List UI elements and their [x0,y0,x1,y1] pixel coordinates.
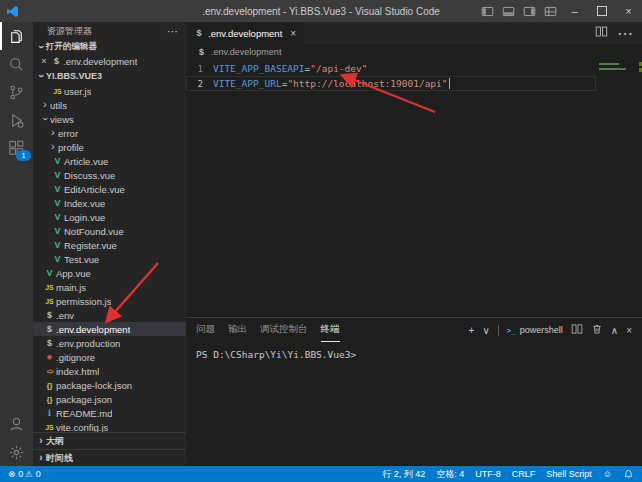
activity-run-debug-button[interactable] [0,106,33,134]
timeline-section-header[interactable]: › 时间线 [33,449,186,466]
env-key: VITE_APP_URL [213,78,282,89]
tree-item-App.vue[interactable]: VApp.vue [33,266,186,280]
error-count: 0 [18,469,23,479]
activity-extensions-button[interactable]: 1 [0,134,33,162]
tree-item-Register.vue[interactable]: VRegister.vue [33,238,186,252]
maximize-button[interactable] [588,0,615,22]
tree-item-vite.config.js[interactable]: JSvite.config.js [33,420,186,432]
tab-label: .env.development [208,28,282,39]
json-file-icon: {} [43,381,56,390]
split-terminal-icon[interactable] [571,323,583,337]
gear-icon [8,444,25,461]
new-terminal-icon[interactable]: + [469,325,475,336]
code-line-2[interactable]: 2VITE_APP_URL="http://localhost:19001/ap… [186,76,596,91]
tree-item-permission.js[interactable]: JSpermission.js [33,294,186,308]
split-editor-icon[interactable] [595,24,608,42]
tab-env-development[interactable]: $ .env.development × [186,22,304,44]
vue-file-icon: V [51,240,64,250]
code-editor[interactable]: 1VITE_APP_BASEAPI="/api-dev"2VITE_APP_UR… [186,60,642,317]
tree-item-README.md[interactable]: ℹREADME.md [33,406,186,420]
tree-item-EditArticle.vue[interactable]: VEditArticle.vue [33,182,186,196]
terminal-dropdown-icon[interactable]: ∨ [482,325,489,336]
code-line-1[interactable]: 1VITE_APP_BASEAPI="/api-dev" [186,61,596,76]
indentation-status[interactable]: 空格: 4 [436,468,464,481]
encoding-status[interactable]: UTF-8 [475,469,501,479]
activity-source-control-button[interactable] [0,78,33,106]
close-button[interactable]: × [615,0,642,22]
file-name: package.json [56,394,112,405]
minimap[interactable] [596,60,642,317]
tree-item-main.js[interactable]: JSmain.js [33,280,186,294]
open-editors-header[interactable]: › 打开的编辑器 [33,40,186,54]
editor-group: $ .env.development × ⋯ $ .env.developmen… [186,22,642,466]
tree-item-.env[interactable]: $.env [33,308,186,322]
tree-item-.env.development[interactable]: $.env.development [33,322,186,336]
language-mode-status[interactable]: Shell Script [546,469,592,479]
tree-item-Discuss.vue[interactable]: VDiscuss.vue [33,168,186,182]
env-file-icon: $ [195,47,208,57]
vscode-logo-icon [0,5,24,18]
tree-item-profile[interactable]: ›profile [33,140,186,154]
outline-section-header[interactable]: › 大纲 [33,432,186,449]
chevron-down-icon: › [36,71,46,81]
kill-terminal-icon[interactable] [591,323,603,337]
open-editor-item[interactable]: × $ .env.development [33,54,186,68]
problems-status[interactable]: ⊗ 0 ⚠ 0 [8,469,41,479]
activity-settings-button[interactable] [0,438,33,466]
shell-selector[interactable]: >_ powershell [507,325,563,335]
toggle-sidebar-icon[interactable] [477,0,498,22]
panel-tab-problems[interactable]: 问题 [196,318,215,342]
tree-item-error[interactable]: ›error [33,126,186,140]
js-file-icon: JS [43,284,56,291]
panel-tab-terminal[interactable]: 终端 [321,318,340,342]
project-section-header[interactable]: › YI.BBS.VUE3 [33,68,186,84]
customize-layout-icon[interactable] [540,0,561,22]
git-branch-icon [8,84,25,101]
minimize-button[interactable]: – [561,0,588,22]
bell-icon[interactable] [623,469,634,480]
file-name: App.vue [56,268,91,279]
activity-explorer-button[interactable] [0,22,33,50]
terminal[interactable]: PS D:\CSharp\Yi\Yi.BBS.Vue3> [186,342,642,466]
files-icon [8,28,25,45]
editor-more-actions-icon[interactable]: ⋯ [617,24,633,43]
tree-item-.gitignore[interactable]: ◆.gitignore [33,350,186,364]
file-name: Login.vue [64,212,105,223]
toggle-secondary-sidebar-icon[interactable] [519,0,540,22]
toggle-panel-icon[interactable] [498,0,519,22]
tree-item-views[interactable]: ›views [33,112,186,126]
env-file-icon: $ [50,56,63,66]
minimap-line [599,68,626,70]
tree-item-package-lock.json[interactable]: {}package-lock.json [33,378,186,392]
tree-item-Test.vue[interactable]: VTest.vue [33,252,186,266]
status-right: 行 2, 列 42 空格: 4 UTF-8 CRLF Shell Script … [382,468,634,481]
tree-item-utils[interactable]: ›utils [33,98,186,112]
vscode-window: .env.development - Yi.BBS.Vue3 - Visual … [0,0,642,482]
activity-accounts-button[interactable] [0,410,33,438]
eol-status[interactable]: CRLF [512,469,536,479]
editor-actions: ⋯ [586,22,642,44]
tree-item-user.js[interactable]: JSuser.js [33,84,186,98]
outline-label: 大纲 [46,435,64,448]
tab-close-icon[interactable]: × [290,28,296,39]
file-name: vite.config.js [56,422,108,433]
explorer-more-actions-icon[interactable]: ⋯ [167,25,178,38]
tree-item-package.json[interactable]: {}package.json [33,392,186,406]
breadcrumb[interactable]: $ .env.development [186,44,642,60]
cursor-position-status[interactable]: 行 2, 列 42 [382,468,425,481]
feedback-icon[interactable]: ☺ [603,469,612,479]
tree-item-Login.vue[interactable]: VLogin.vue [33,210,186,224]
tree-item-Article.vue[interactable]: VArticle.vue [33,154,186,168]
file-tree: JSuser.js›utils›views›error›profileVArti… [33,84,186,432]
panel-tab-output[interactable]: 输出 [228,318,247,342]
tree-item-NotFound.vue[interactable]: VNotFound.vue [33,224,186,238]
panel-tab-debug-console[interactable]: 调试控制台 [260,318,308,342]
maximize-panel-icon[interactable]: ∧ [611,325,618,336]
activity-search-button[interactable] [0,50,33,78]
tree-item-index.html[interactable]: <>index.html [33,364,186,378]
tree-item-Index.vue[interactable]: VIndex.vue [33,196,186,210]
close-panel-icon[interactable]: × [626,325,632,336]
env-file-icon: $ [43,338,56,348]
tree-item-.env.production[interactable]: $.env.production [33,336,186,350]
close-icon[interactable]: × [38,56,50,66]
